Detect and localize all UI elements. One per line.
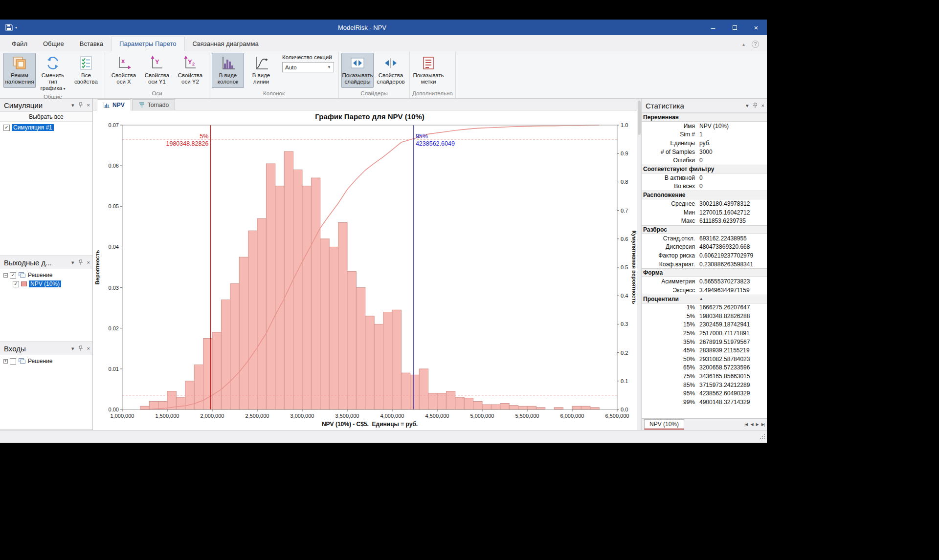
minimize-button[interactable]: – (702, 20, 724, 35)
last-tab-button[interactable]: ▶| (761, 422, 764, 427)
stat-value: 4900148.32714329 (699, 399, 767, 406)
close-icon[interactable]: × (87, 345, 90, 351)
tree-item-label[interactable]: Решение (28, 272, 52, 279)
quick-access-caret-icon[interactable]: ▾ (15, 25, 17, 30)
panel-menu-caret-icon[interactable]: ▾ (71, 345, 74, 352)
collapse-expander-icon[interactable]: − (3, 273, 8, 278)
ribbon-tab[interactable]: Файл (4, 37, 35, 51)
stat-row: 85%3715973.24212289 (642, 381, 767, 389)
histogram-bar (356, 288, 365, 409)
ribbon-button-label: Свойства оси X (109, 72, 139, 85)
pin-icon[interactable] (78, 259, 84, 265)
expand-expander-icon[interactable]: + (3, 359, 8, 364)
stat-row: Sim #1 (642, 130, 767, 139)
y-left-tick-label: 0.00 (109, 407, 119, 412)
close-icon[interactable]: × (87, 259, 90, 265)
stat-row: 35%2678919.51979567 (642, 338, 767, 346)
stat-row: 45%2838939.21155219 (642, 346, 767, 355)
save-icon[interactable] (5, 23, 13, 31)
stat-value: 1 (699, 131, 767, 138)
histogram-bar (392, 310, 401, 409)
overlay-mode-button[interactable]: Режим наложения (3, 53, 36, 88)
stat-value: 0 (699, 157, 767, 164)
first-tab-button[interactable]: |◀ (744, 422, 747, 427)
window-controls: – × (702, 20, 767, 35)
y2-axis-properties-button[interactable]: Y2Свойства оси Y2 (174, 53, 206, 88)
panel-title: Симуляции (4, 101, 71, 109)
panel-menu-caret-icon[interactable]: ▾ (71, 259, 74, 266)
stats-scrollbar[interactable] (637, 99, 642, 430)
x-axis-properties-button[interactable]: xСвойства оси X (108, 53, 140, 88)
tree-item-label[interactable]: Симуляция #1 (12, 124, 54, 131)
ribbon-tab[interactable]: Параметры Парето (111, 37, 185, 51)
ribbon-group: Режим наложенияСменить тип графика ▾Все … (1, 52, 105, 98)
sort-ascending-icon[interactable]: ▲ (699, 297, 703, 301)
sections-count-select[interactable]: Auto▼ (282, 62, 334, 72)
histogram-bar (257, 218, 266, 409)
scrollbar-thumb[interactable] (638, 101, 641, 135)
ribbon-group-label: Оси (108, 90, 206, 98)
ribbon-tab[interactable]: Связанная диаграмма (185, 37, 267, 51)
next-tab-button[interactable]: ▶ (756, 422, 759, 427)
checkbox-checked[interactable] (3, 125, 10, 131)
stat-row: ИмяNPV (10%) (642, 122, 767, 130)
panel-menu-caret-icon[interactable]: ▾ (71, 102, 74, 108)
x-tick-label: 4,500,000 (425, 413, 449, 419)
close-icon[interactable]: × (87, 102, 90, 108)
y1-axis-properties-button[interactable]: YСвойства оси Y1 (141, 53, 173, 88)
stats-tab-npv[interactable]: NPV (10%) (644, 419, 684, 430)
pin-icon[interactable] (78, 345, 84, 351)
stat-value: 693162.22438955 (699, 235, 767, 242)
app-window: ▾ ModelRisk - NPV – × ФайлОбщиеВставкаПа… (0, 20, 767, 443)
slider-properties-button[interactable]: Свойства слайдеров (375, 53, 407, 88)
slider-value-label: 4238562.6049 (416, 140, 455, 147)
ribbon-group-label: Колонок (212, 90, 336, 98)
panel-menu-caret-icon[interactable]: ▾ (746, 103, 749, 109)
close-button[interactable]: × (745, 20, 767, 35)
histogram-bar (239, 257, 248, 409)
simulations-tree: Симуляция #1 (0, 122, 92, 256)
tree-item-solution[interactable]: − Решение (0, 271, 92, 280)
view-as-columns-button[interactable]: В виде колонок (212, 53, 244, 88)
status-bar (0, 430, 767, 443)
tornado-tab[interactable]: Tornado (132, 99, 175, 110)
histogram-bar (176, 397, 185, 409)
select-all-bar[interactable]: Выбрать все (0, 112, 92, 122)
show-labels-button[interactable]: Показывать метки (412, 53, 445, 88)
resize-grip[interactable] (760, 433, 766, 442)
columns-view-icon (220, 55, 236, 71)
x-tick-label: 3,500,000 (335, 413, 359, 419)
ribbon-tab[interactable]: Общие (35, 37, 72, 51)
close-icon[interactable]: × (761, 103, 764, 108)
worksheet-stack-icon (18, 358, 26, 365)
stat-value: 1270015.16042712 (699, 209, 767, 216)
all-properties-button[interactable]: Все свойства (70, 53, 102, 88)
stats-section-header: Соответствуют фильтру (642, 165, 767, 173)
checkbox-checked[interactable] (13, 281, 19, 287)
npv-tab[interactable]: NPV (97, 99, 131, 110)
checkbox-checked[interactable] (10, 272, 16, 279)
tree-item-simulation-1[interactable]: Симуляция #1 (0, 123, 92, 132)
change-chart-type-button[interactable]: Сменить тип графика ▾ (37, 53, 69, 93)
histogram-bar (482, 405, 491, 409)
tree-item-npv[interactable]: NPV (10%) (0, 280, 92, 288)
stat-value: 2302459.18742941 (699, 321, 767, 328)
help-icon[interactable]: ? (752, 41, 759, 48)
previous-tab-button[interactable]: ◀ (750, 422, 753, 427)
tree-item-solution[interactable]: + Решение (0, 357, 92, 366)
ribbon-tab[interactable]: Вставка (72, 37, 111, 51)
stat-value: 6111853.6239735 (699, 217, 767, 224)
maximize-button[interactable] (724, 20, 745, 35)
stat-label: 85% (642, 382, 699, 388)
stat-value: 1980348.82826288 (699, 313, 767, 320)
pin-icon[interactable] (78, 102, 84, 108)
view-as-line-button[interactable]: В виде линии (245, 53, 277, 88)
checkbox-unchecked[interactable] (10, 358, 16, 365)
collapse-ribbon-icon[interactable]: ▴ (742, 42, 745, 47)
pin-icon[interactable] (752, 103, 758, 108)
y2-axis-icon: Y2 (182, 55, 198, 71)
document-tab-label: NPV (112, 102, 125, 108)
show-sliders-button[interactable]: Показывать слайдеры (341, 53, 374, 88)
tree-item-label[interactable]: NPV (10%) (29, 280, 61, 287)
tree-item-label[interactable]: Решение (28, 358, 52, 365)
